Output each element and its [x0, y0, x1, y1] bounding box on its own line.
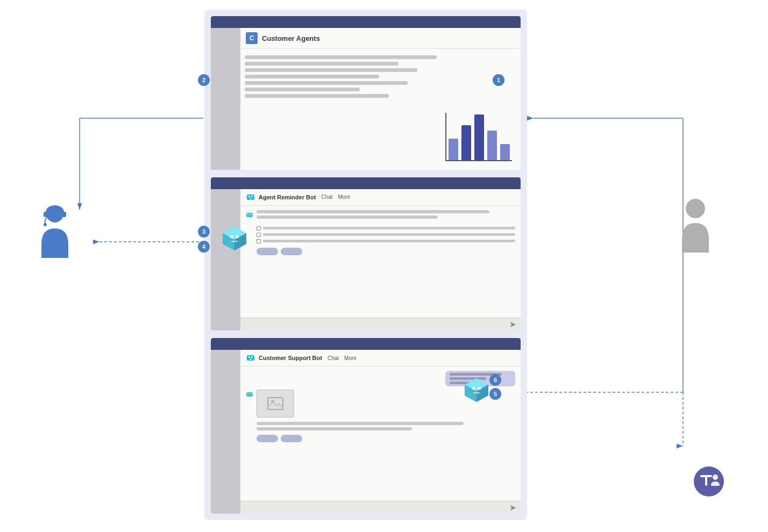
win2-body: [240, 206, 521, 318]
customer-agents-icon: C: [246, 32, 258, 44]
win1-chart-col: [441, 53, 516, 166]
win2-input-bar[interactable]: [240, 318, 521, 330]
win1-title: Customer Agents: [262, 34, 320, 42]
win3-chat-line-1: [257, 422, 464, 425]
svg-rect-15: [247, 214, 248, 215]
win1-content: C Customer Agents: [211, 28, 521, 170]
svg-rect-40: [478, 387, 481, 390]
win2-bot-name: Agent Reminder Bot: [259, 194, 316, 200]
badge-3: 3: [198, 226, 210, 238]
text-line-1: [245, 55, 437, 59]
send-icon: [510, 321, 516, 328]
small-bot-icon-3: [246, 391, 253, 398]
svg-rect-23: [247, 393, 248, 394]
badge-5: 5: [489, 388, 501, 400]
checkbox-row-1: [257, 226, 515, 231]
win1-header: C Customer Agents: [240, 28, 521, 49]
svg-rect-24: [251, 393, 252, 394]
bar-1: [449, 139, 458, 160]
customer-support-bot-icon: [246, 353, 255, 363]
win2-tab-more[interactable]: More: [338, 194, 350, 200]
bar-2: [461, 125, 471, 160]
svg-rect-16: [251, 214, 252, 215]
svg-rect-34: [231, 241, 238, 242]
win1-titlebar: [211, 16, 521, 28]
win3-header: Customer Support Bot Chat More: [240, 350, 521, 366]
end-user-person: [677, 193, 714, 255]
svg-rect-20: [251, 356, 253, 358]
win2-content: Agent Reminder Bot Chat More: [211, 189, 521, 331]
chat-bubble-1: [246, 210, 515, 255]
win2-btn-row: [257, 248, 515, 255]
win3-btn-1[interactable]: [257, 435, 278, 442]
svg-rect-14: [246, 213, 253, 217]
text-line-3: [245, 68, 417, 72]
text-line-2: [245, 62, 399, 66]
headset-person-svg: [33, 199, 76, 258]
svg-point-47: [694, 466, 724, 497]
microsoft-teams-icon: [693, 465, 725, 500]
bot-cube-left-svg: [221, 225, 248, 253]
win2-tab-chat[interactable]: Chat: [321, 194, 332, 200]
win3-btn-row: [257, 435, 515, 442]
agent-reminder-bot-window: Agent Reminder Bot Chat More: [211, 177, 521, 331]
svg-rect-32: [230, 235, 233, 238]
customer-agents-window: C Customer Agents: [211, 16, 521, 170]
win3-btn-2[interactable]: [281, 435, 302, 442]
svg-rect-39: [472, 387, 475, 390]
checkbox-line-2: [263, 233, 515, 236]
text-line-4: [245, 75, 379, 78]
checkbox-1: [257, 226, 261, 231]
text-line-7: [245, 94, 389, 98]
win3-chat-line-2: [257, 427, 412, 430]
chat-content-1: [257, 210, 515, 255]
svg-rect-49: [705, 475, 707, 486]
bot-cube-left: [221, 225, 248, 253]
checkbox-2: [257, 233, 261, 237]
svg-marker-17: [510, 322, 516, 327]
win3-tab-more[interactable]: More: [344, 355, 357, 361]
image-icon: [267, 397, 283, 410]
bar-5: [500, 144, 510, 160]
svg-rect-43: [44, 212, 48, 217]
win3-tab-chat[interactable]: Chat: [328, 355, 339, 361]
end-user-svg: [677, 193, 714, 253]
bar-3: [474, 114, 484, 160]
win3-send-icon: [510, 505, 516, 511]
chat-line-1: [257, 210, 489, 213]
bar-chart: [445, 113, 512, 161]
agent-reminder-bot-icon: [246, 192, 255, 202]
win1-main: C Customer Agents: [240, 28, 521, 170]
checkbox-line-1: [263, 227, 515, 229]
svg-point-50: [713, 475, 718, 480]
win2-sidebar: [211, 189, 240, 331]
svg-rect-25: [268, 398, 283, 409]
checkbox-line-3: [263, 240, 515, 242]
win1-sidebar: [211, 28, 240, 170]
svg-rect-22: [246, 392, 253, 397]
text-line-6: [245, 88, 360, 91]
svg-rect-11: [248, 196, 250, 197]
checkbox-3: [257, 239, 261, 243]
win2-main: Agent Reminder Bot Chat More: [240, 189, 521, 331]
win3-sidebar: [211, 350, 240, 514]
bot-cube-right-svg: [463, 376, 490, 404]
svg-rect-33: [236, 235, 239, 238]
svg-rect-21: [250, 359, 252, 360]
bar-4: [487, 131, 497, 160]
win2-btn-2[interactable]: [281, 248, 302, 255]
image-placeholder: [257, 390, 294, 418]
main-wrapper: C Customer Agents: [0, 0, 768, 532]
win3-titlebar: [211, 338, 521, 350]
checkbox-row-2: [257, 233, 515, 237]
checkbox-row-3: [257, 239, 515, 243]
badge-4: 4: [198, 241, 210, 253]
win2-btn-1[interactable]: [257, 248, 278, 255]
svg-point-45: [44, 223, 47, 226]
badge-2: 2: [198, 74, 210, 86]
teams-logo-svg: [693, 465, 725, 498]
customer-support-bot-window: Customer Support Bot Chat More: [211, 338, 521, 514]
win3-input-bar[interactable]: [240, 501, 521, 514]
svg-rect-41: [473, 392, 480, 393]
svg-rect-13: [250, 198, 252, 199]
